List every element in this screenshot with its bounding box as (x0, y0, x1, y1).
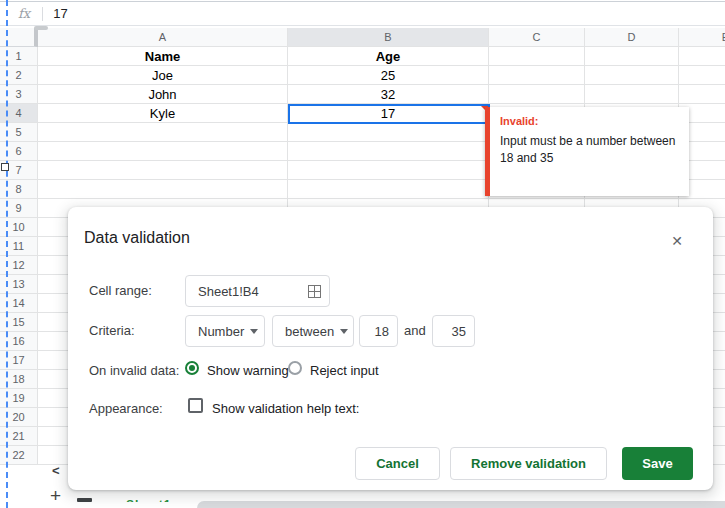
cell-range-value: Sheet1!B4 (198, 284, 308, 299)
tooltip-title: Invalid: (500, 115, 675, 127)
cell-b6[interactable] (288, 142, 489, 161)
cell-d3[interactable] (585, 85, 679, 104)
tooltip-message-line1: Input must be a number between (500, 134, 675, 148)
cell-b7[interactable] (288, 161, 489, 180)
data-validation-dialog: Data validation ✕ Cell range: Sheet1!B4 … (68, 207, 713, 490)
cell-a1[interactable]: Name (38, 47, 288, 66)
sheet-tab-label: Sheet1 (126, 498, 171, 502)
sheet-tab[interactable]: Sheet1 (126, 495, 186, 502)
formula-bar-value[interactable]: 17 (53, 6, 67, 21)
formula-bar-divider (42, 7, 43, 21)
chevron-down-icon (250, 329, 258, 334)
scroll-left-button[interactable]: < (52, 463, 60, 478)
criteria-condition-dropdown[interactable]: between (272, 315, 354, 347)
cell-a4[interactable]: Kyle (38, 104, 288, 123)
cell-e2[interactable] (679, 66, 725, 85)
reject-input-label[interactable]: Reject input (310, 363, 379, 378)
cell-c3[interactable] (489, 85, 585, 104)
cell-e1[interactable] (679, 47, 725, 66)
show-warning-radio[interactable] (185, 361, 199, 375)
cell-range-input[interactable]: Sheet1!B4 (185, 275, 330, 307)
column-header-e[interactable]: E (679, 28, 725, 47)
and-label: and (404, 323, 426, 338)
cell-b3[interactable]: 32 (288, 85, 489, 104)
column-header-b[interactable]: B (288, 28, 489, 47)
cell-d1[interactable] (585, 47, 679, 66)
selected-cell-b4[interactable] (288, 104, 490, 124)
cell-a7[interactable] (38, 161, 288, 180)
criteria-label: Criteria: (89, 323, 135, 338)
grid-row-2: 2Joe25 (0, 66, 725, 85)
save-button[interactable]: Save (622, 447, 693, 480)
selection-marquee-line (6, 0, 8, 508)
cell-c1[interactable] (489, 47, 585, 66)
cell-b2[interactable]: 25 (288, 66, 489, 85)
bottom-bar (197, 501, 725, 508)
cell-a6[interactable] (38, 142, 288, 161)
cell-b1[interactable]: Age (288, 47, 489, 66)
cell-a8[interactable] (38, 180, 288, 199)
cell-d2[interactable] (585, 66, 679, 85)
cell-a2[interactable]: Joe (38, 66, 288, 85)
add-sheet-button[interactable]: + (50, 485, 61, 507)
close-icon[interactable]: ✕ (671, 233, 683, 249)
cell-b5[interactable] (288, 123, 489, 142)
select-data-range-icon[interactable] (308, 285, 321, 298)
column-header-d[interactable]: D (585, 28, 679, 47)
show-warning-label[interactable]: Show warning (207, 363, 289, 378)
spreadsheet-app: fx 17 ABCDE1NameAge2Joe253John324Kyle175… (0, 0, 725, 508)
remove-validation-button[interactable]: Remove validation (450, 447, 607, 480)
cell-a5[interactable] (38, 123, 288, 142)
fx-icon: fx (18, 6, 30, 21)
cancel-button[interactable]: Cancel (355, 447, 440, 480)
criteria-condition-value: between (285, 324, 334, 339)
column-header-c[interactable]: C (489, 28, 585, 47)
drag-handle[interactable] (1, 163, 9, 171)
cell-range-label: Cell range: (89, 283, 152, 298)
cell-a3[interactable]: John (38, 85, 288, 104)
validation-warning-tooltip: Invalid: Input must be a number between … (485, 107, 689, 196)
formula-bar: fx 17 (0, 1, 725, 26)
criteria-type-value: Number (198, 324, 244, 339)
grid-row-1: 1NameAge (0, 47, 725, 66)
show-help-text-checkbox[interactable] (188, 398, 203, 413)
grid-row-3: 3John32 (0, 85, 725, 104)
cell-b8[interactable] (288, 180, 489, 199)
criteria-type-dropdown[interactable]: Number (185, 315, 265, 347)
chevron-down-icon (340, 329, 348, 334)
cell-c2[interactable] (489, 66, 585, 85)
all-sheets-menu-icon[interactable] (77, 498, 92, 502)
tooltip-message-line2: 18 and 35 (500, 151, 553, 165)
on-invalid-data-label: On invalid data: (89, 363, 179, 378)
min-value-input[interactable]: 18 (359, 315, 398, 347)
appearance-label: Appearance: (89, 401, 163, 416)
dialog-title: Data validation (84, 229, 190, 247)
reject-input-radio[interactable] (288, 361, 302, 375)
cell-e3[interactable] (679, 85, 725, 104)
column-header-a[interactable]: A (38, 28, 288, 47)
formula-bar-resize-handle[interactable] (34, 26, 48, 30)
show-help-text-label[interactable]: Show validation help text: (212, 401, 359, 416)
max-value-input[interactable]: 35 (432, 315, 475, 347)
